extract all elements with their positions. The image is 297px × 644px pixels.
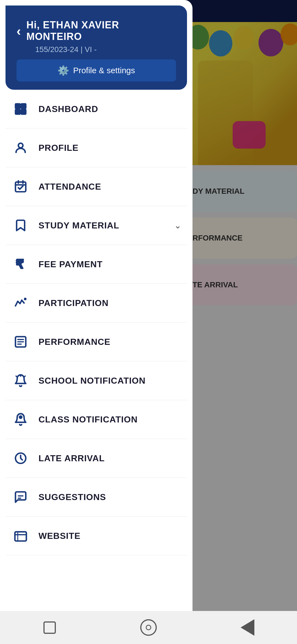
recent-apps-button[interactable] [38,616,61,638]
back-icon [241,619,254,636]
attendance-icon [11,177,30,196]
svg-point-4 [18,143,23,148]
dashboard-label: DASHBOARD [38,104,182,114]
svg-text:₹: ₹ [16,258,23,271]
suggestions-icon [11,487,30,507]
participation-icon [11,293,30,313]
sidebar-item-suggestions[interactable]: SUGGESTIONS [6,478,187,517]
late-arrival-label: LATE ARRIVAL [38,453,182,463]
profile-settings-label: Profile & settings [73,66,135,75]
profile-settings-button[interactable]: ⚙️ Profile & settings [16,59,176,81]
svg-rect-2 [15,110,20,114]
home-icon [140,619,157,636]
sidebar-item-attendance[interactable]: ATTENDANCE [6,167,187,206]
sidebar-item-participation[interactable]: PARTICIPATION [6,284,187,323]
navigation-drawer: 🔔 0 ‹ Hi, ETHAN XAVIER MONTEIRO 155/2023… [0,0,193,644]
recent-apps-icon [43,621,56,634]
performance-icon [11,332,30,351]
website-label: WEBSITE [38,531,182,541]
drawer-header: ‹ Hi, ETHAN XAVIER MONTEIRO 155/2023-24 … [6,6,187,90]
school-notification-label: SCHOOL NOTIFICATION [38,376,182,386]
sidebar-item-performance[interactable]: PERFORMANCE [6,323,187,361]
sidebar-item-late-arrival[interactable]: LATE ARRIVAL [6,439,187,478]
dashboard-icon [11,99,30,119]
late-arrival-icon [11,449,30,468]
svg-point-7 [25,298,26,299]
school-notification-icon [11,371,30,390]
student-name: Hi, ETHAN XAVIER MONTEIRO [26,19,176,42]
fee-payment-icon: ₹ [11,255,30,274]
profile-icon [11,138,30,157]
student-info: 155/2023-24 | VI - [35,45,176,54]
menu-list: DASHBOARD PROFILE ATTENDANCE [0,90,193,644]
study-material-label: STUDY MATERIAL [38,220,174,231]
profile-label: PROFILE [38,143,182,153]
svg-rect-5 [15,182,26,192]
svg-rect-3 [21,110,26,114]
fee-payment-label: FEE PAYMENT [38,259,182,269]
sidebar-item-study-material[interactable]: STUDY MATERIAL ⌄ [6,206,187,245]
class-notification-icon [11,410,30,429]
performance-label: PERFORMANCE [38,337,182,347]
back-button[interactable]: ‹ [16,23,21,39]
suggestions-label: SUGGESTIONS [38,492,182,502]
sidebar-item-school-notification[interactable]: SCHOOL NOTIFICATION [6,361,187,400]
svg-rect-0 [15,104,20,108]
svg-rect-14 [15,532,26,541]
sidebar-item-website[interactable]: WEBSITE [6,517,187,555]
participation-label: PARTICIPATION [38,298,182,308]
home-button[interactable] [138,616,160,638]
gear-icon: ⚙️ [57,65,69,76]
bottom-navigation [0,611,297,644]
sidebar-item-class-notification[interactable]: CLASS NOTIFICATION [6,400,187,439]
class-notification-label: CLASS NOTIFICATION [38,414,182,425]
back-button-nav[interactable] [237,616,258,638]
sidebar-item-fee-payment[interactable]: ₹ FEE PAYMENT [6,245,187,284]
attendance-label: ATTENDANCE [38,182,182,192]
sidebar-item-profile[interactable]: PROFILE [6,129,187,167]
website-icon [11,526,30,545]
home-icon-inner [146,625,151,630]
svg-point-10 [20,416,22,418]
study-material-icon [11,216,30,235]
svg-rect-1 [21,104,26,108]
study-material-chevron: ⌄ [174,220,182,231]
sidebar-item-dashboard[interactable]: DASHBOARD [6,90,187,129]
